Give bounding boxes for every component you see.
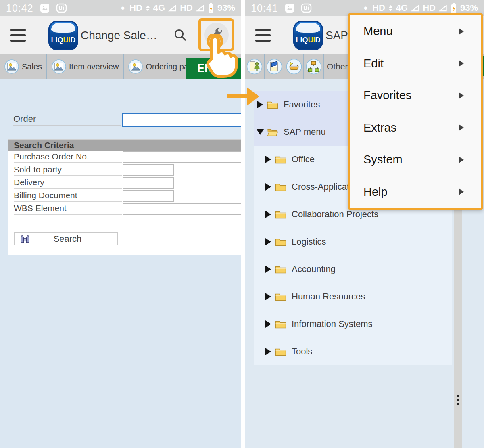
page-flag-icon (266, 59, 282, 75)
menu-item[interactable]: Edit (350, 48, 481, 80)
search-criteria-panel: Search Criteria Purchase Order No. Sold-… (8, 139, 241, 255)
search-button[interactable]: Search (14, 232, 118, 245)
field-label: Billing Document (14, 190, 122, 202)
form-field-row: Sold-to party (8, 164, 241, 177)
menu-item[interactable]: Menu (350, 15, 481, 48)
tree-item-label: Accounting (292, 264, 336, 274)
menu-item[interactable]: System (350, 144, 481, 176)
menu-item[interactable]: Favorites (350, 80, 481, 112)
signal-wedge-icon (168, 5, 177, 12)
field-label: Delivery (14, 177, 122, 189)
tree-item[interactable]: Information Systems (254, 310, 452, 338)
tree-item[interactable]: Human Resources (254, 283, 452, 310)
battery-icon (208, 3, 214, 13)
field-input[interactable] (123, 203, 241, 215)
menu-item[interactable]: Help (350, 176, 481, 208)
hd-voice-label: HD (129, 3, 142, 13)
drag-handle-icon[interactable] (457, 395, 459, 405)
expand-arrow-icon[interactable] (265, 156, 271, 163)
folder-icon (267, 128, 278, 136)
expand-arrow-icon[interactable] (265, 238, 271, 245)
folder-icon (275, 183, 286, 191)
tree-item-label: SAP menu (284, 127, 326, 137)
picture-icon (128, 59, 143, 74)
picture-icon (52, 59, 66, 74)
form-field-row: Billing Document (8, 190, 241, 203)
hamburger-menu-icon[interactable] (255, 29, 271, 42)
liquid-ui-logo: LIQUID (48, 21, 78, 50)
battery-percent: 93% (460, 3, 478, 13)
tree-item-label: Human Resources (292, 291, 365, 302)
folder-icon (267, 100, 278, 109)
form-field-row: Delivery (8, 177, 241, 190)
hamburger-menu-icon[interactable] (10, 29, 27, 42)
page-title: Change Sale… (81, 29, 157, 42)
field-input[interactable] (123, 190, 174, 202)
hd-call-label: HD (423, 3, 436, 13)
new-session-button[interactable] (265, 54, 284, 79)
menu-item-label: Help (363, 185, 388, 199)
folder-icon (275, 320, 286, 329)
tab-label: Item overview (69, 62, 119, 71)
expand-arrow-icon[interactable] (265, 266, 271, 273)
submenu-arrow-icon (459, 92, 464, 99)
log-off-button[interactable] (245, 54, 265, 79)
photo-notification-icon (40, 3, 50, 13)
order-input[interactable] (122, 113, 241, 127)
submenu-arrow-icon (459, 124, 464, 131)
status-indicators: • HD 4G HD 93% (121, 2, 235, 15)
change-sales-order-form: Order Search Criteria Purchase Order No.… (0, 79, 241, 448)
expand-arrow-icon[interactable] (265, 348, 271, 355)
signal-wedge-icon (411, 5, 419, 12)
field-input[interactable] (123, 151, 241, 163)
hd-call-label: HD (180, 3, 193, 13)
tree-item[interactable]: Tools (254, 338, 452, 365)
tree-item-label: Logistics (292, 237, 326, 247)
workplace-button[interactable] (284, 54, 304, 79)
photo-notification-icon (285, 3, 294, 13)
field-input[interactable] (123, 177, 174, 189)
folder-icon (275, 238, 286, 246)
field-list: Purchase Order No. Sold-to party Deliver… (8, 151, 241, 216)
form-field-row: Purchase Order No. (8, 151, 241, 164)
tab-label: Sales (22, 62, 42, 71)
context-menu: Menu Edit Favorites Extras System (348, 13, 483, 210)
liquid-ui-logo: LIQUID (293, 21, 323, 50)
expand-arrow-icon[interactable] (265, 183, 271, 191)
expand-arrow-icon[interactable] (265, 211, 271, 218)
search-icon[interactable] (173, 28, 188, 44)
org-chart-icon (306, 59, 322, 75)
folder-icon (275, 210, 286, 219)
submenu-arrow-icon (459, 28, 464, 35)
order-field-label: Order (13, 113, 121, 126)
other-menu-button[interactable] (304, 54, 324, 79)
status-indicators: • HD 4G HD 93% (364, 2, 478, 15)
network-4g-label: 4G (153, 3, 165, 13)
field-input[interactable] (123, 164, 174, 176)
tab[interactable]: Sales (0, 54, 47, 79)
expand-arrow-icon[interactable] (257, 129, 264, 135)
field-label: Sold-to party (14, 164, 122, 176)
field-label: WBS Element (14, 203, 122, 215)
tree-item-label: Office (292, 154, 315, 165)
split-screen-composite: 10:42 • HD 4G HD 93% L (0, 0, 484, 448)
section-header: Search Criteria (8, 140, 241, 151)
tree-item-label: Tools (292, 346, 312, 357)
expand-arrow-icon[interactable] (265, 293, 271, 300)
menu-item-label: Favorites (363, 89, 411, 102)
menu-item-label: Menu (363, 25, 393, 38)
tree-item-label: Information Systems (292, 319, 373, 329)
tree-item[interactable]: Logistics (254, 228, 452, 255)
folder-icon (275, 293, 286, 301)
submenu-arrow-icon (459, 60, 464, 67)
menu-item[interactable]: Extras (350, 112, 481, 144)
tree-item[interactable]: Accounting (254, 255, 452, 283)
status-bar: 10:42 • HD 4G HD 93% (0, 0, 241, 16)
menu-item-label: Extras (363, 121, 396, 134)
folder-icon (275, 348, 286, 356)
field-label: Purchase Order No. (14, 151, 122, 163)
tap-hand-cursor-icon (199, 34, 240, 82)
tab[interactable]: Item overview (47, 54, 124, 79)
expand-arrow-icon[interactable] (265, 320, 271, 328)
binoculars-icon (20, 234, 30, 243)
